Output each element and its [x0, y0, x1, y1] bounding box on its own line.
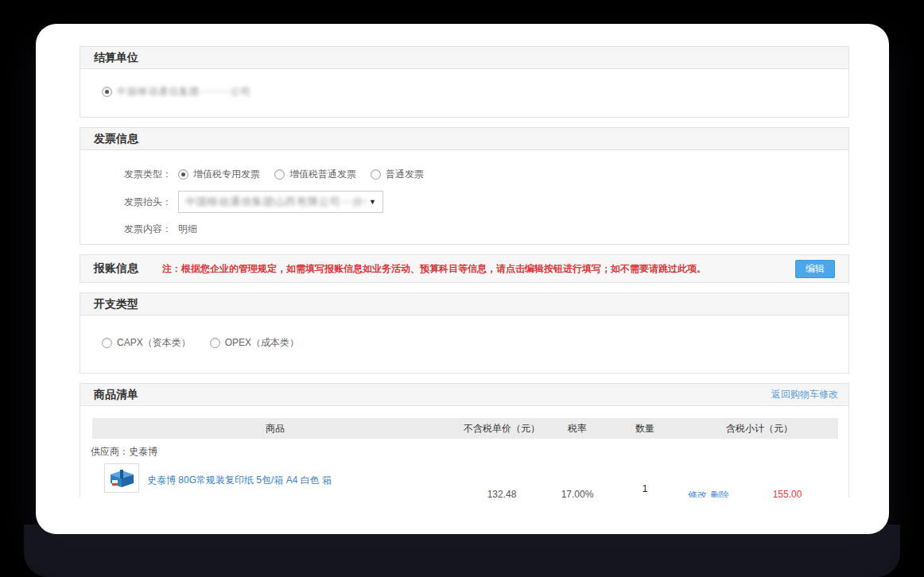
settlement-company-name: 中国移动通信集团⋯⋯⋯公司: [117, 85, 251, 99]
invoice-type-vat-normal-label: 增值税普通发票: [289, 168, 356, 181]
column-quantity: 数量: [609, 422, 681, 436]
radio-icon[interactable]: [102, 338, 112, 348]
radio-icon[interactable]: [274, 169, 285, 180]
column-product: 商品: [92, 422, 458, 436]
invoice-header-label: 发票抬头：: [124, 196, 178, 209]
edit-button[interactable]: 编辑: [795, 260, 835, 278]
delete-link[interactable]: 删除: [710, 490, 729, 498]
invoice-type-vat-special[interactable]: 增值税专用发票: [178, 168, 260, 181]
quantity-value: 1: [609, 482, 681, 494]
invoice-type-vat-normal[interactable]: 增值税普通发票: [274, 168, 356, 181]
section-invoice-info: 发票信息 发票类型： 增值税专用发票 增值税普通发票: [80, 127, 849, 245]
copy-paper-box-image: [107, 468, 136, 489]
unit-price-value: 132.48: [458, 489, 545, 498]
section-reimbursement-info: 报账信息 注：根据您企业的管理规定，如需填写报账信息如业务活动、预算科目等信息，…: [80, 254, 849, 283]
settlement-unit-title: 结算单位: [80, 47, 848, 69]
settlement-unit-option[interactable]: 中国移动通信集团⋯⋯⋯公司: [102, 85, 251, 99]
product-list-title: 商品清单: [94, 384, 138, 405]
section-product-list: 商品清单 返回购物车修改 商品 不含税单价（元） 税率 数量 含税小计（元） 供…: [80, 383, 849, 498]
reimbursement-title: 报账信息: [94, 261, 138, 276]
table-row: 史泰博 80G常规装复印纸 5包/箱 A4 白色 箱 132.48 17.00%…: [92, 463, 838, 498]
expense-type-title: 开支类型: [80, 293, 848, 316]
invoice-type-vat-special-label: 增值税专用发票: [193, 168, 260, 181]
invoice-type-plain[interactable]: 普通发票: [371, 168, 424, 181]
section-expense-type: 开支类型 CAPX（资本类） OPEX（成本类）: [80, 292, 849, 374]
invoice-header-dropdown[interactable]: 中国移动通信集团山西有限公司⋯分公 ▼: [178, 191, 383, 213]
tax-rate-value: 17.00%: [545, 489, 609, 498]
chevron-down-icon: ▼: [369, 198, 376, 206]
radio-icon[interactable]: [178, 169, 188, 180]
dark-backdrop: 结算单位 中国移动通信集团⋯⋯⋯公司 发票信息 发票类型：: [0, 0, 924, 577]
reimbursement-note: 注：根据您企业的管理规定，如需填写报账信息如业务活动、预算科目等信息，请点击编辑…: [162, 262, 706, 276]
column-tax-rate: 税率: [545, 422, 609, 436]
column-subtotal: 含税小计（元）: [681, 422, 838, 436]
radio-icon[interactable]: [371, 169, 381, 180]
expense-opex-label: OPEX（成本类）: [225, 336, 299, 350]
supplier-label: 供应商：史泰博: [91, 445, 848, 459]
back-to-cart-link[interactable]: 返回购物车修改: [771, 384, 838, 405]
checkout-card: 结算单位 中国移动通信集团⋯⋯⋯公司 发票信息 发票类型：: [36, 24, 889, 534]
product-name-link[interactable]: 史泰博 80G常规装复印纸 5包/箱 A4 白色 箱: [147, 474, 332, 487]
invoice-type-label: 发票类型：: [124, 168, 178, 181]
subtotal-value: 155.00: [736, 489, 838, 498]
radio-icon[interactable]: [210, 338, 220, 348]
radio-selected-icon[interactable]: [102, 87, 112, 97]
row-actions: 修改删除: [681, 489, 736, 498]
invoice-type-plain-label: 普通发票: [386, 168, 424, 181]
section-settlement-unit: 结算单位 中国移动通信集团⋯⋯⋯公司: [80, 46, 849, 118]
column-unit-price: 不含税单价（元）: [458, 422, 545, 436]
expense-option-opex[interactable]: OPEX（成本类）: [210, 336, 299, 350]
invoice-content-label: 发票内容：: [124, 223, 178, 236]
product-table-header: 商品 不含税单价（元） 税率 数量 含税小计（元）: [92, 418, 838, 439]
product-thumbnail[interactable]: [104, 463, 139, 493]
modify-link[interactable]: 修改: [688, 490, 707, 498]
invoice-info-title: 发票信息: [80, 128, 848, 150]
checkout-form: 结算单位 中国移动通信集团⋯⋯⋯公司 发票信息 发票类型：: [80, 46, 849, 498]
invoice-content-value: 明细: [178, 223, 197, 236]
expense-option-capx[interactable]: CAPX（资本类）: [102, 336, 191, 350]
invoice-header-value: 中国移动通信集团山西有限公司⋯分公: [185, 195, 366, 209]
scroll-viewport[interactable]: 结算单位 中国移动通信集团⋯⋯⋯公司 发票信息 发票类型：: [36, 24, 889, 498]
expense-capx-label: CAPX（资本类）: [117, 336, 191, 350]
